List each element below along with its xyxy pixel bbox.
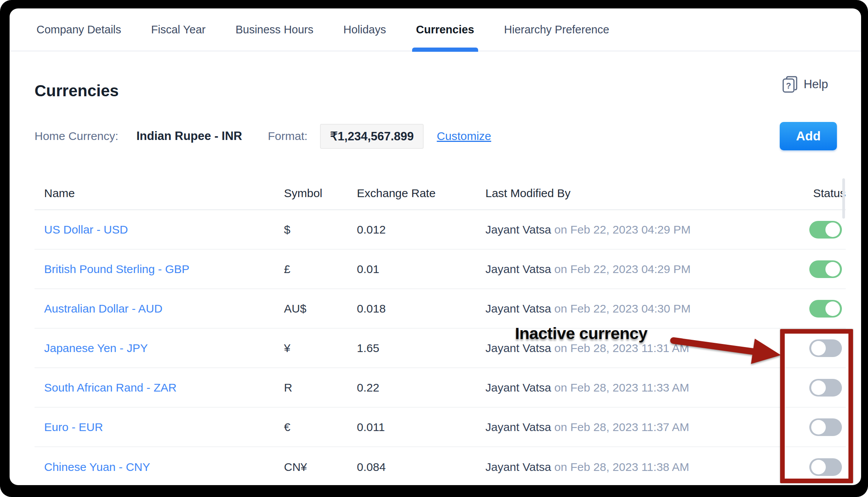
tab-company-details[interactable]: Company Details — [36, 8, 121, 51]
currency-name-link[interactable]: South African Rand - ZAR — [44, 381, 177, 394]
format-value-box: ₹1,234,567.899 — [320, 124, 424, 149]
exchange-rate: 1.65 — [357, 342, 485, 355]
help-label: Help — [804, 77, 828, 91]
exchange-rate: 0.01 — [357, 263, 485, 276]
annotation-arrow-icon — [668, 330, 787, 372]
modified-by: Jayant Vatsa — [485, 461, 551, 473]
currency-symbol: R — [284, 381, 357, 394]
status-toggle[interactable] — [809, 300, 842, 318]
status-toggle[interactable] — [809, 260, 842, 278]
table-header: Name Symbol Exchange Rate Last Modified … — [35, 177, 846, 210]
column-header-name: Name — [44, 187, 284, 200]
add-currency-button[interactable]: Add — [780, 122, 837, 150]
currency-symbol: ¥ — [284, 342, 357, 355]
exchange-rate: 0.012 — [357, 223, 485, 236]
tab-fiscal-year[interactable]: Fiscal Year — [151, 8, 206, 51]
annotation-highlight-box — [780, 329, 853, 483]
exchange-rate: 0.011 — [357, 421, 485, 434]
currency-symbol: CN¥ — [284, 461, 357, 474]
modified-on: on Feb 22, 2023 04:29 PM — [554, 223, 691, 236]
currency-name-link[interactable]: US Dollar - USD — [44, 223, 128, 236]
currency-name-link[interactable]: British Pound Sterling - GBP — [44, 263, 190, 275]
modified-by: Jayant Vatsa — [485, 342, 551, 354]
currency-symbol: £ — [284, 263, 357, 276]
currency-name-link[interactable]: Euro - EUR — [44, 421, 103, 433]
home-currency-value: Indian Rupee - INR — [136, 129, 242, 143]
modified-on: on Feb 22, 2023 04:29 PM — [554, 263, 691, 275]
column-header-exchange-rate: Exchange Rate — [357, 187, 485, 200]
status-toggle[interactable] — [809, 221, 842, 239]
tab-holidays[interactable]: Holidays — [343, 8, 386, 51]
table-row: British Pound Sterling - GBP £ 0.01 Jaya… — [35, 250, 846, 289]
svg-text:?: ? — [786, 81, 791, 91]
modified-by: Jayant Vatsa — [485, 421, 551, 433]
settings-tabbar: Company Details Fiscal Year Business Hou… — [10, 8, 861, 51]
scrollbar-thumb[interactable] — [842, 178, 845, 219]
currency-symbol: AU$ — [284, 302, 357, 315]
modified-on: on Feb 22, 2023 04:30 PM — [554, 302, 691, 315]
currency-symbol: $ — [284, 223, 357, 236]
home-currency-label: Home Currency: — [35, 130, 118, 143]
modified-by: Jayant Vatsa — [485, 223, 551, 236]
home-currency-row: Home Currency: Indian Rupee - INR Format… — [35, 122, 491, 150]
tab-currencies[interactable]: Currencies — [416, 8, 474, 51]
currency-name-link[interactable]: Chinese Yuan - CNY — [44, 461, 150, 473]
column-header-status: Status — [781, 187, 846, 200]
modified-by: Jayant Vatsa — [485, 263, 551, 275]
table-row: Euro - EUR € 0.011 Jayant Vatsa on Feb 2… — [35, 408, 846, 447]
table-row: South African Rand - ZAR R 0.22 Jayant V… — [35, 368, 846, 408]
tab-hierarchy-preference[interactable]: Hierarchy Preference — [504, 8, 609, 51]
column-header-symbol: Symbol — [284, 187, 357, 200]
table-row: US Dollar - USD $ 0.012 Jayant Vatsa on … — [35, 210, 846, 250]
customize-link[interactable]: Customize — [437, 130, 491, 143]
annotation-label: Inactive currency — [515, 324, 647, 343]
currency-name-link[interactable]: Japanese Yen - JPY — [44, 342, 148, 354]
modified-by: Jayant Vatsa — [485, 302, 551, 315]
exchange-rate: 0.018 — [357, 302, 485, 315]
modified-on: on Feb 28, 2023 11:37 AM — [554, 421, 689, 433]
screenshot-canvas: Company Details Fiscal Year Business Hou… — [0, 0, 868, 497]
currency-symbol: € — [284, 421, 357, 434]
table-row: Chinese Yuan - CNY CN¥ 0.084 Jayant Vats… — [35, 447, 846, 485]
modified-on: on Feb 28, 2023 11:33 AM — [554, 381, 689, 394]
modified-by: Jayant Vatsa — [485, 381, 551, 394]
modified-on: on Feb 28, 2023 11:38 AM — [554, 461, 689, 473]
currency-name-link[interactable]: Australian Dollar - AUD — [44, 302, 162, 315]
help-icon: ? — [782, 76, 798, 93]
page-title: Currencies — [35, 82, 119, 100]
exchange-rate: 0.084 — [357, 461, 485, 474]
tab-business-hours[interactable]: Business Hours — [236, 8, 314, 51]
settings-card: Company Details Fiscal Year Business Hou… — [10, 8, 861, 485]
format-label: Format: — [268, 130, 307, 143]
column-header-last-modified-by: Last Modified By — [485, 187, 781, 200]
table-row: Australian Dollar - AUD AU$ 0.018 Jayant… — [35, 289, 846, 329]
exchange-rate: 0.22 — [357, 381, 485, 394]
help-button[interactable]: ? Help — [782, 76, 828, 93]
